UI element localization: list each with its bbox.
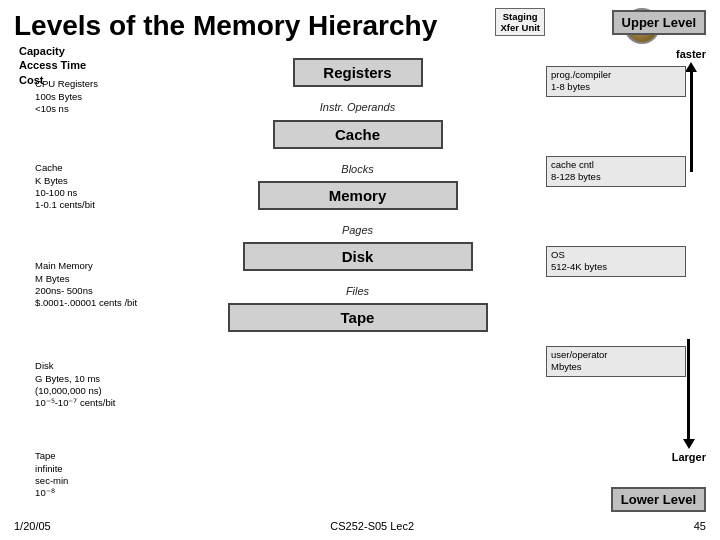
slide-title: Levels of the Memory Hierarchy — [14, 10, 706, 42]
lower-level-badge: Lower Level — [611, 487, 706, 512]
faster-label: faster — [676, 48, 706, 60]
instr-operands-label: Instr. Operands — [320, 100, 395, 114]
upper-level-badge: Upper Level — [612, 10, 706, 35]
footer-date: 1/20/05 — [14, 520, 51, 532]
prog-compiler-annotation: prog./compiler1-8 bytes — [546, 66, 686, 97]
disk-label: Disk G Bytes, 10 ms (10,000,000 ns) 10⁻⁵… — [14, 348, 115, 422]
disk-box: Disk — [243, 242, 473, 271]
disk-row: Disk — [243, 242, 473, 271]
staging-label: Staging Xfer Unit — [495, 8, 545, 36]
cap-access-cost-header: CapacityAccess TimeCost — [19, 44, 86, 87]
footer-course: CS252-S05 Lec2 — [330, 520, 414, 532]
tape-row: Tape — [228, 303, 488, 332]
hierarchy-col: CapacityAccess TimeCost Registers Instr.… — [169, 48, 546, 518]
os-annotation: OS512-4K bytes — [546, 246, 686, 277]
cache-row: Cache — [273, 120, 443, 149]
tape-box: Tape — [228, 303, 488, 332]
cache-label: Cache K Bytes 10-100 ns 1-0.1 cents/bit — [14, 150, 95, 224]
larger-arrow-group: Larger — [672, 339, 706, 463]
files-label: Files — [346, 284, 369, 298]
content-area: CPU Registers 100s Bytes <10s ns Cache K… — [14, 48, 706, 518]
footer-page: 45 — [694, 520, 706, 532]
right-annotations-col: faster prog./compiler1-8 bytes cache cnt… — [546, 48, 706, 518]
registers-box: Registers — [293, 58, 423, 87]
footer: 1/20/05 CS252-S05 Lec2 45 — [0, 520, 720, 532]
main-memory-label: Main Memory M Bytes 200ns- 500ns $.0001-… — [14, 248, 137, 322]
pages-label: Pages — [342, 223, 373, 237]
cache-box: Cache — [273, 120, 443, 149]
registers-row: Registers — [293, 58, 423, 87]
user-operator-annotation: user/operatorMbytes — [546, 346, 686, 377]
larger-arrow-line — [687, 339, 690, 439]
memory-box: Memory — [258, 181, 458, 210]
larger-arrowhead — [683, 439, 695, 449]
tape-label: Tape infinite sec-min 10⁻⁸ — [14, 438, 68, 512]
left-labels-col: CPU Registers 100s Bytes <10s ns Cache K… — [14, 48, 169, 518]
cache-cntl-annotation: cache cntl8-128 bytes — [546, 156, 686, 187]
blocks-label: Blocks — [341, 162, 373, 176]
faster-arrow-line — [690, 72, 693, 172]
faster-arrowhead — [685, 62, 697, 72]
memory-row: Memory — [258, 181, 458, 210]
larger-label: Larger — [672, 451, 706, 463]
